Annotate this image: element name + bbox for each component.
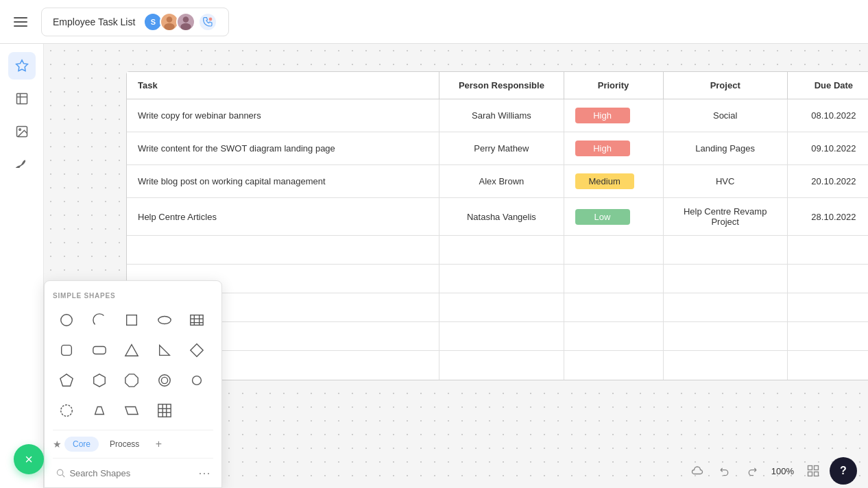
svg-rect-19 [93, 347, 105, 354]
cloud-save-button[interactable] [686, 460, 708, 482]
cell-priority: High [564, 132, 663, 165]
shape-arc[interactable] [86, 306, 113, 334]
shapes-grid [53, 306, 213, 424]
cell-project: HVC [663, 165, 787, 198]
shape-pentagon[interactable] [53, 367, 80, 394]
tab-process[interactable]: Process [101, 437, 147, 452]
col-project: Project [663, 72, 787, 99]
table-row-empty [127, 351, 868, 380]
svg-line-38 [62, 475, 64, 477]
svg-point-26 [159, 375, 171, 387]
shape-rounded-square[interactable] [53, 337, 80, 364]
menu-button[interactable] [11, 14, 30, 29]
table-row: Write copy for webinar banners Sarah Wil… [127, 99, 868, 132]
svg-rect-32 [158, 404, 171, 417]
fab-close-button[interactable]: × [14, 444, 44, 474]
cell-project: Social [663, 99, 787, 132]
collaborators: S [143, 12, 217, 32]
shapes-panel: SIMPLE SHAPES [44, 280, 222, 488]
shape-parallelogram[interactable] [118, 397, 145, 424]
cell-due-date: 28.10.2022 [787, 198, 868, 236]
svg-marker-24 [93, 374, 105, 387]
cell-due-date: 08.10.2022 [787, 99, 868, 132]
table-row: Write content for the SWOT diagram landi… [127, 132, 868, 165]
sidebar-draw-button[interactable] [8, 151, 36, 178]
svg-marker-20 [125, 345, 138, 356]
shape-octagon[interactable] [118, 367, 145, 394]
svg-rect-11 [127, 315, 137, 326]
cell-task: Write content for the SWOT diagram landi… [127, 132, 439, 165]
search-icon [56, 467, 65, 478]
shape-tabs: ★ Core Process + [53, 430, 213, 458]
shape-right-triangle[interactable] [151, 337, 178, 364]
cell-due-date: 20.10.2022 [787, 165, 868, 198]
svg-rect-5 [16, 94, 27, 104]
shape-hexagon[interactable] [86, 367, 113, 394]
col-task: Task [127, 72, 439, 99]
svg-point-29 [61, 405, 73, 417]
table-row-empty [127, 322, 868, 351]
shape-empty [183, 397, 210, 424]
svg-point-4 [209, 17, 213, 21]
tab-add-button[interactable]: + [150, 436, 167, 452]
cell-task: Help Centre Articles [127, 198, 439, 236]
help-label: ? [840, 465, 847, 477]
more-options-icon[interactable]: ⋯ [198, 465, 210, 480]
cell-task: Write copy for webinar banners [127, 99, 439, 132]
svg-marker-31 [125, 407, 138, 415]
shape-circle[interactable] [53, 306, 80, 334]
shape-square[interactable] [118, 306, 145, 334]
cell-person: Sarah Williams [439, 99, 564, 132]
svg-point-1 [165, 23, 175, 29]
shape-table[interactable] [183, 306, 210, 334]
document-title: Employee Task List [53, 16, 135, 27]
col-due-date: Due Date [787, 72, 868, 99]
svg-point-12 [158, 317, 171, 324]
shape-rounded-rect[interactable] [86, 337, 113, 364]
shape-oval[interactable] [151, 306, 178, 334]
col-priority: Priority [564, 72, 663, 99]
shapes-favorites-icon[interactable]: ★ [53, 439, 62, 450]
svg-marker-23 [60, 374, 73, 386]
left-sidebar [0, 44, 44, 488]
svg-point-9 [19, 129, 20, 131]
svg-rect-18 [62, 345, 72, 356]
shape-grid[interactable] [151, 397, 178, 424]
shape-circle-outline[interactable] [151, 367, 178, 394]
shape-triangle[interactable] [118, 337, 145, 364]
cell-priority: Medium [564, 165, 663, 198]
sidebar-shapes-button[interactable] [8, 52, 36, 80]
redo-button[interactable] [741, 460, 763, 482]
undo-button[interactable] [714, 460, 736, 482]
search-shapes-input[interactable] [69, 468, 194, 478]
shapes-section-title: SIMPLE SHAPES [53, 292, 213, 300]
cell-priority: Low [564, 198, 663, 236]
fab-close-icon: × [25, 452, 33, 467]
task-table: Task Person Responsible Priority Project… [126, 71, 868, 380]
phone-icon[interactable] [198, 12, 217, 32]
svg-point-2 [183, 16, 189, 23]
tab-core[interactable]: Core [64, 437, 99, 452]
cell-task: Write blog post on working capital manag… [127, 165, 439, 198]
shape-diamond[interactable] [183, 337, 210, 364]
shape-circle-sm[interactable] [183, 367, 210, 394]
shape-circle-dashed[interactable] [53, 397, 80, 424]
table-row-empty [127, 236, 868, 265]
cell-person: Alex Brown [439, 165, 564, 198]
svg-point-3 [181, 23, 191, 29]
sidebar-image-button[interactable] [8, 118, 36, 145]
shapes-search-bar: ⋯ [53, 458, 213, 487]
help-button[interactable]: ? [830, 457, 857, 485]
sidebar-frame-button[interactable] [8, 85, 36, 112]
cell-due-date: 09.10.2022 [787, 132, 868, 165]
cell-priority: High [564, 99, 663, 132]
svg-marker-22 [191, 344, 203, 356]
svg-marker-21 [159, 345, 169, 356]
document-title-box[interactable]: Employee Task List S [41, 8, 229, 36]
svg-rect-42 [815, 472, 819, 476]
grid-toggle-button[interactable] [802, 460, 824, 482]
topbar: Employee Task List S [0, 0, 868, 44]
svg-point-37 [57, 469, 62, 475]
svg-point-28 [193, 376, 202, 385]
shape-trapezoid[interactable] [86, 397, 113, 424]
